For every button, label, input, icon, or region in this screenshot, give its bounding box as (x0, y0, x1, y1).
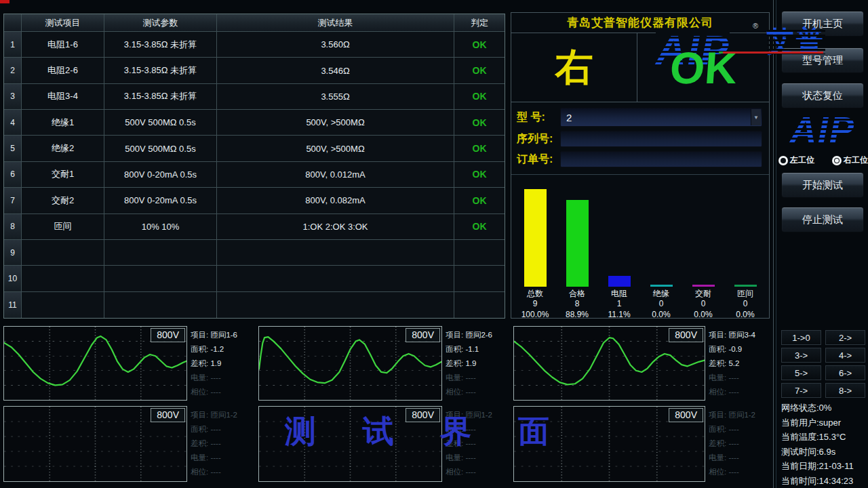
info-panel: 青岛艾普智能仪器有限公司 右 OK AIP ® 型 号: 2 ▼ 序列号: 订单… (511, 12, 770, 319)
bar-category-label: 总数 (527, 289, 543, 300)
test-result-cell: 3.555Ω (217, 84, 454, 110)
waveform-info-row: 面积: ---- (191, 422, 252, 436)
info-value: -0.9 (728, 345, 742, 353)
table-row[interactable]: 3电阻3-43.15-3.85Ω 未折算3.555ΩOK (4, 84, 505, 110)
bar-category-label: 合格 (569, 289, 585, 300)
voltage-label: 800V (151, 328, 185, 342)
table-row[interactable]: 8匝间10% 10%1:OK 2:OK 3:OKOK (4, 214, 505, 240)
info-value: 1.9 (465, 359, 476, 367)
bar-category-label: 绝缘 (653, 289, 669, 300)
form-area: 型 号: 2 ▼ 序列号: 订单号: (511, 102, 769, 175)
aipu-underline (719, 52, 823, 54)
status-line: 测试时间:6.9s (781, 445, 854, 460)
model-select[interactable]: 2 ▼ (560, 108, 762, 127)
table-row[interactable]: 2电阻2-63.15-3.85Ω 未折算3.546ΩOK (4, 58, 505, 83)
oscilloscope-plot: 800V (258, 326, 442, 401)
info-label: 电量: (446, 373, 465, 382)
channel-button[interactable]: 3-> (781, 348, 821, 363)
info-value: ---- (210, 373, 220, 382)
radio-right-station[interactable]: 右工位 (832, 155, 868, 166)
info-label: 电量: (709, 453, 728, 462)
info-value: ---- (728, 453, 738, 462)
start-test-button[interactable]: 开始测试 (781, 172, 864, 198)
verdict-cell: OK (454, 162, 505, 188)
waveform-info: 项目: 匝间1-2面积: ----差积: ----电量: ----相位: ---… (709, 406, 770, 482)
radio-left-station[interactable]: 左工位 (778, 155, 814, 166)
row-number: 2 (4, 58, 22, 83)
test-param-cell: 3.15-3.85Ω 未折算 (104, 58, 217, 83)
row-number: 7 (4, 188, 22, 214)
table-row[interactable]: 5绝缘2500V 500MΩ 0.5s500V, >500MΩOK (4, 136, 505, 161)
test-interface-watermark: 测 试 界 面 (285, 411, 568, 453)
status-reset-button[interactable]: 状态复位 (781, 83, 864, 108)
radio-icon[interactable] (832, 156, 842, 165)
bar-count-label: 8 (575, 299, 580, 310)
station-row: 右 OK (511, 33, 769, 102)
order-input[interactable] (560, 151, 762, 167)
waveform-info-row: 项目: 匝间3-4 (709, 328, 770, 342)
voltage-label: 800V (669, 408, 703, 422)
test-result-cell: 3.546Ω (217, 58, 454, 83)
channel-button[interactable]: 2-> (825, 330, 865, 345)
station-position-label: 右 (555, 42, 593, 94)
row-number: 5 (4, 136, 22, 161)
channel-button[interactable]: 1->0 (781, 330, 821, 345)
info-label: 相位: (191, 468, 210, 476)
vertical-divider-2 (776, 0, 776, 488)
channel-button[interactable]: 5-> (781, 365, 821, 380)
info-label: 电量: (709, 373, 728, 382)
info-label: 差积: (191, 439, 210, 447)
info-value: 1.9 (210, 359, 221, 367)
corner-red-mark (0, 0, 9, 3)
row-number: 10 (4, 266, 22, 291)
chevron-down-icon[interactable]: ▼ (751, 109, 761, 125)
waveform-info: 项目: 匝间1-6面积: -1.2差积: 1.9电量: ----相位: ---- (191, 326, 252, 401)
channel-button[interactable]: 6-> (825, 365, 865, 380)
info-value: ---- (728, 388, 738, 396)
waveform-info-row: 差积: 1.9 (191, 357, 252, 371)
waveform-info-row: 项目: 匝间2-6 (446, 328, 507, 342)
test-result-cell: 800V, 0.012mA (217, 162, 454, 188)
waveform-info-row: 项目: 匝间1-6 (191, 328, 252, 342)
table-row[interactable]: 1电阻1-63.15-3.85Ω 未折算3.560ΩOK (4, 32, 505, 58)
sidebar: 开机主页 型号管理 状态复位 AIP 左工位 右工位 开始测试 停止测试 1->… (777, 0, 868, 488)
bar-category-label: 匝间 (737, 289, 753, 300)
channel-button[interactable]: 4-> (825, 348, 865, 363)
info-label: 相位: (191, 388, 210, 396)
channel-button[interactable]: 7-> (781, 383, 821, 398)
table-row[interactable]: 10 (4, 266, 505, 291)
info-label: 相位: (709, 468, 728, 476)
channel-button[interactable]: 8-> (825, 383, 865, 398)
info-value: -1.1 (465, 345, 479, 353)
bar-column: 电阻111.1% (598, 184, 640, 320)
bar (608, 276, 631, 287)
waveform-info-row: 面积: -1.1 (446, 342, 507, 357)
info-label: 差积: (709, 359, 728, 367)
bar-category-label: 电阻 (611, 289, 627, 300)
test-param-cell: 500V 500MΩ 0.5s (104, 110, 217, 136)
bar (734, 285, 757, 287)
waveform-info-row: 面积: -1.2 (191, 342, 252, 357)
info-label: 差积: (709, 439, 728, 447)
info-label: 面积: (446, 345, 465, 353)
test-item-cell (22, 240, 104, 266)
waveform-panel-3: 800V项目: 匝间3-4面积: -0.9差积: 5.2电量: ----相位: … (513, 326, 770, 401)
row-number: 4 (4, 110, 22, 136)
table-row[interactable]: 9 (4, 240, 505, 266)
table-row[interactable]: 7交耐2800V 0-20mA 0.5s800V, 0.082mAOK (4, 188, 505, 214)
model-value: 2 (566, 112, 572, 123)
info-value: ---- (210, 425, 220, 433)
info-value: ---- (728, 439, 738, 447)
table-row[interactable]: 6交耐1800V 0-20mA 0.5s800V, 0.012mAOK (4, 162, 505, 188)
table-row[interactable]: 4绝缘1500V 500MΩ 0.5s500V, >500MΩOK (4, 110, 505, 136)
info-value: ---- (465, 468, 475, 476)
bar (566, 200, 589, 287)
test-result-table: 测试项目测试参数测试结果判定1电阻1-63.15-3.85Ω 未折算3.560Ω… (3, 14, 505, 319)
info-label: 相位: (709, 388, 728, 396)
radio-icon[interactable] (778, 156, 788, 165)
column-header: 测试参数 (104, 14, 217, 32)
serial-input[interactable] (560, 131, 762, 147)
channel-button-grid: 1->02->3->4->5->6->7->8-> (781, 330, 865, 398)
table-row[interactable]: 11 (4, 292, 505, 318)
stop-test-button[interactable]: 停止测试 (781, 207, 864, 232)
